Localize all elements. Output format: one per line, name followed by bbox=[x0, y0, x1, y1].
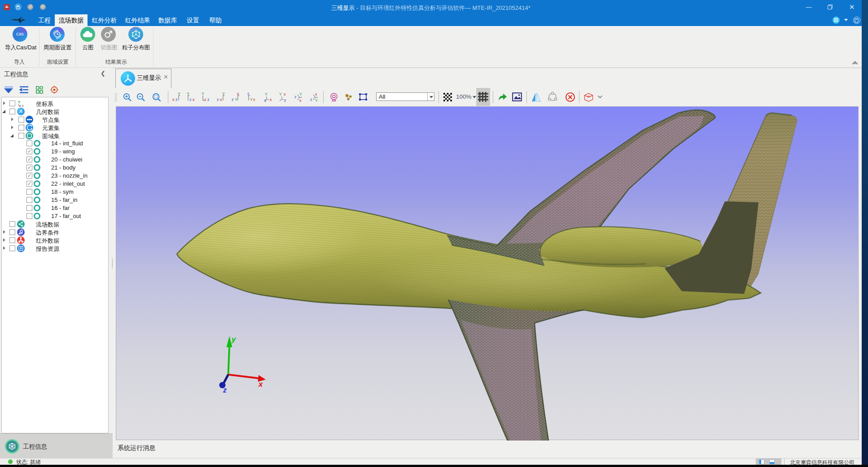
svg-text:z: z bbox=[284, 98, 286, 102]
svg-text:Y: Y bbox=[265, 92, 267, 96]
svg-text:z: z bbox=[232, 97, 234, 102]
svg-text:x: x bbox=[22, 104, 24, 107]
svg-text:x: x bbox=[204, 97, 206, 102]
svg-text:x: x bbox=[315, 92, 317, 96]
svg-text:x: x bbox=[258, 380, 263, 388]
svg-text:x: x bbox=[253, 97, 255, 102]
svg-text:z: z bbox=[207, 97, 210, 102]
svg-text:z: z bbox=[294, 95, 297, 99]
svg-text:Y: Y bbox=[178, 92, 180, 96]
svg-text:z: z bbox=[189, 97, 192, 102]
svg-text:z: z bbox=[247, 92, 250, 96]
svg-text:z: z bbox=[264, 98, 267, 102]
svg-text:Y: Y bbox=[299, 92, 302, 96]
svg-text:Y: Y bbox=[315, 98, 318, 102]
svg-text:Y: Y bbox=[235, 97, 237, 102]
svg-text:x: x bbox=[237, 92, 239, 96]
svg-text:z: z bbox=[310, 97, 312, 102]
svg-text:x: x bbox=[220, 97, 222, 102]
svg-text:x: x bbox=[284, 92, 286, 96]
svg-text:Y: Y bbox=[222, 92, 225, 96]
svg-text:z: z bbox=[19, 104, 21, 107]
svg-text:z: z bbox=[175, 97, 178, 102]
svg-text:x: x bbox=[172, 97, 175, 102]
svg-text:x: x bbox=[299, 98, 302, 102]
svg-text:z: z bbox=[217, 97, 219, 102]
svg-text:Y: Y bbox=[187, 92, 189, 96]
svg-text:x: x bbox=[270, 97, 272, 102]
svg-text:x: x bbox=[193, 97, 195, 102]
svg-text:y: y bbox=[231, 335, 237, 344]
svg-text:Y: Y bbox=[202, 92, 204, 96]
svg-text:z: z bbox=[223, 386, 227, 394]
svg-text:Y: Y bbox=[279, 92, 282, 96]
svg-text:Y: Y bbox=[250, 97, 253, 102]
